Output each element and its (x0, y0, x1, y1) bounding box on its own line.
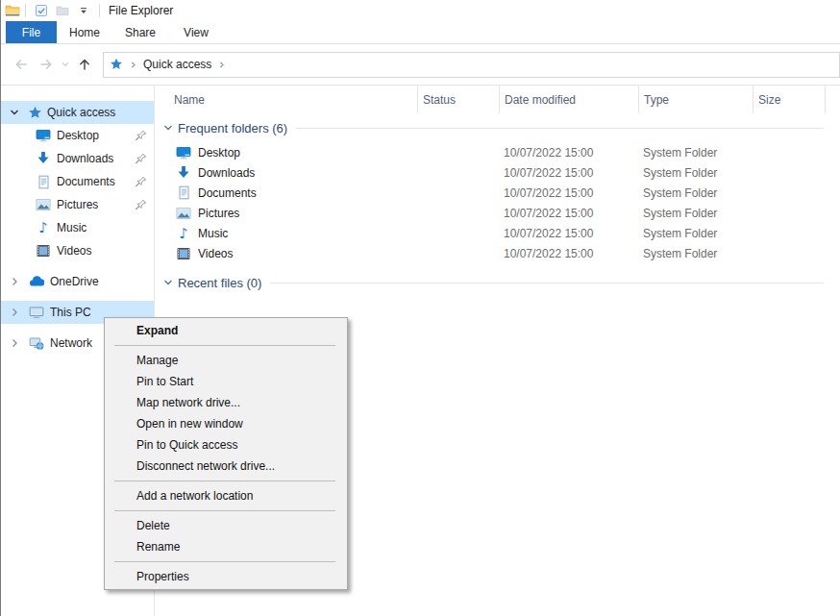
tab-home[interactable]: Home (57, 21, 112, 43)
customize-qat-dropdown-icon[interactable] (73, 2, 94, 19)
group-rule (296, 128, 824, 129)
sidebar-item-label: Videos (57, 244, 91, 258)
pictures-icon (176, 206, 191, 221)
downloads-icon (176, 165, 191, 181)
pictures-icon (36, 197, 51, 212)
sidebar-item-onedrive[interactable]: OneDrive (1, 270, 154, 293)
group-frequent-folders[interactable]: Frequent folders (6) (155, 113, 840, 142)
downloads-icon (36, 151, 51, 166)
file-name: Documents (198, 186, 257, 200)
file-name: Videos (198, 247, 233, 260)
recent-locations-dropdown-icon[interactable] (59, 52, 72, 77)
file-name: Pictures (198, 207, 239, 220)
column-header-name[interactable]: Name (155, 86, 417, 113)
chevron-down-icon (162, 122, 174, 134)
menu-item-rename[interactable]: Rename (105, 536, 347, 557)
tab-share[interactable]: Share (112, 21, 168, 43)
back-icon[interactable] (9, 52, 34, 77)
menu-item-pin-to-start[interactable]: Pin to Start (105, 371, 347, 392)
menu-item-delete[interactable]: Delete (105, 515, 347, 536)
sidebar-item-desktop[interactable]: Desktop (1, 124, 154, 147)
ribbon-tabs: File Home Share View (1, 21, 840, 44)
sidebar-item-label: Desktop (57, 129, 99, 142)
navigation-bar: Quick access (1, 44, 840, 86)
file-row-downloads[interactable]: Downloads 10/07/2022 15:00 System Folder (155, 162, 840, 183)
menu-separator (114, 510, 335, 511)
sidebar-item-videos[interactable]: Videos (1, 239, 154, 262)
file-row-videos[interactable]: Videos 10/07/2022 15:00 System Folder (155, 243, 840, 263)
pin-icon (135, 176, 147, 188)
file-name: Desktop (198, 146, 240, 160)
sidebar-item-label: This PC (50, 306, 91, 319)
desktop-icon (36, 128, 51, 143)
menu-item-add-a-network-location[interactable]: Add a network location (105, 485, 347, 506)
file-row-pictures[interactable]: Pictures 10/07/2022 15:00 System Folder (155, 203, 840, 223)
documents-icon (36, 174, 51, 189)
file-date-modified: 10/07/2022 15:00 (499, 247, 638, 260)
file-row-music[interactable]: ♪Music 10/07/2022 15:00 System Folder (155, 223, 840, 243)
file-type: System Folder (638, 207, 753, 220)
file-explorer-app-icon (5, 3, 20, 18)
menu-item-properties[interactable]: Properties (105, 566, 347, 587)
column-headers: Name Status Date modified Type Size (155, 86, 840, 113)
network-icon (29, 335, 44, 351)
column-header-status[interactable]: Status (417, 86, 499, 113)
sidebar-item-pictures[interactable]: Pictures (1, 193, 154, 216)
sidebar-item-label: Quick access (47, 106, 115, 119)
chevron-down-icon (162, 277, 174, 288)
desktop-icon (176, 145, 191, 160)
this-pc-icon (29, 305, 44, 320)
window-title: File Explorer (109, 4, 173, 17)
group-label: Frequent folders (6) (178, 121, 287, 136)
chevron-right-icon[interactable] (9, 276, 20, 287)
properties-icon[interactable] (31, 2, 52, 19)
sidebar-item-music[interactable]: ♪ Music (1, 216, 154, 239)
chevron-right-icon[interactable] (9, 307, 20, 318)
column-header-type[interactable]: Type (638, 86, 753, 113)
file-date-modified: 10/07/2022 15:00 (499, 186, 638, 200)
file-date-modified: 10/07/2022 15:00 (499, 166, 638, 180)
pin-icon (135, 130, 147, 142)
menu-item-manage[interactable]: Manage (105, 350, 347, 371)
file-type: System Folder (638, 227, 753, 240)
menu-item-open-in-new-window[interactable]: Open in new window (105, 413, 347, 434)
menu-separator (114, 345, 335, 346)
file-date-modified: 10/07/2022 15:00 (499, 227, 638, 240)
sidebar-item-label: Pictures (57, 198, 98, 211)
menu-item-pin-to-quick-access[interactable]: Pin to Quick access (105, 434, 347, 456)
breadcrumb-quick-access[interactable]: Quick access (143, 58, 211, 71)
menu-item-map-network-drive[interactable]: Map network drive... (105, 392, 347, 413)
new-folder-icon[interactable] (52, 2, 73, 19)
onedrive-cloud-icon (29, 274, 44, 289)
tab-view[interactable]: View (168, 21, 224, 43)
chevron-down-icon[interactable] (9, 107, 20, 118)
breadcrumb-chevron-icon (217, 61, 226, 69)
sidebar-item-quick-access[interactable]: Quick access (1, 101, 154, 124)
tab-file[interactable]: File (6, 21, 57, 43)
file-row-desktop[interactable]: Desktop 10/07/2022 15:00 System Folder (155, 142, 840, 162)
up-icon[interactable] (72, 52, 97, 77)
chevron-right-icon[interactable] (9, 337, 20, 349)
file-type: System Folder (638, 166, 753, 180)
forward-icon[interactable] (34, 52, 59, 77)
column-header-size[interactable]: Size (753, 86, 825, 113)
sidebar-item-label: OneDrive (50, 275, 99, 288)
sidebar-item-label: Music (57, 221, 86, 234)
group-rule (270, 283, 824, 283)
file-type: System Folder (638, 186, 753, 200)
address-bar[interactable]: Quick access (103, 52, 840, 78)
pin-icon (135, 153, 147, 165)
file-row-documents[interactable]: Documents 10/07/2022 15:00 System Folder (155, 183, 840, 203)
breadcrumb-chevron-icon (129, 61, 137, 69)
menu-item-disconnect-network-drive[interactable]: Disconnect network drive... (105, 456, 347, 477)
menu-separator (114, 561, 335, 562)
sidebar-item-downloads[interactable]: Downloads (1, 147, 154, 170)
column-header-date-modified[interactable]: Date modified (499, 86, 638, 113)
sidebar-item-documents[interactable]: Documents (1, 170, 154, 193)
file-name: Downloads (198, 166, 255, 180)
quick-access-star-icon (27, 105, 42, 120)
menu-item-expand[interactable]: Expand (105, 320, 347, 341)
this-pc-context-menu: Expand Manage Pin to Start Map network d… (104, 317, 348, 590)
group-recent-files[interactable]: Recent files (0) (155, 268, 840, 297)
title-bar: File Explorer (1, 0, 840, 21)
